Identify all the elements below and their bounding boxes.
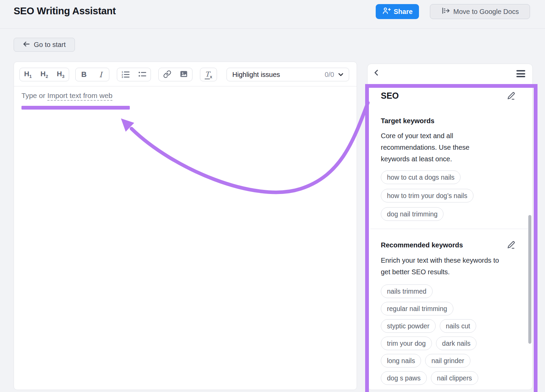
recommended-keywords-description: Enrich your text with these keywords to … (381, 255, 510, 278)
keyword-pill-row: how to trim your dog’s nails (381, 189, 516, 202)
toolbar-group: H1H2H3 (19, 68, 69, 81)
keyword-pill-row: styptic powdernails cut (381, 319, 516, 333)
link-icon (163, 70, 171, 79)
keyword-pill[interactable]: regular nail trimming (381, 302, 453, 315)
toolbar-group: Tx (200, 68, 217, 81)
keyword-pill-row: long nailsnail grinder (381, 354, 516, 368)
h2-icon: H2 (41, 70, 48, 79)
target-keywords-pills: how to cut a dogs nailshow to trim your … (381, 170, 516, 221)
seo-panel-body: SEO Target keywords Core of your text an… (381, 88, 516, 389)
editor-card: H1H2H3BI123Tx Highlight issues 0/0 Type … (14, 62, 357, 390)
editor-placeholder[interactable]: Type or Import text from web (21, 92, 112, 100)
keyword-pill-row: nails trimmed (381, 284, 516, 298)
bold-icon: B (81, 70, 87, 79)
ordered-list-icon: 123 (121, 70, 130, 79)
edit-recommended-keywords-button[interactable] (507, 240, 516, 249)
bullet-list-button[interactable] (134, 68, 151, 81)
keyword-pill-row: dog nail trimming (381, 207, 516, 221)
share-button[interactable]: Share (376, 4, 419, 19)
recommended-keywords-heading: Recommended keywords (381, 241, 463, 249)
keyword-pill[interactable]: nails trimmed (381, 284, 433, 298)
keyword-pill[interactable]: trim your dog (381, 337, 432, 350)
svg-text:3: 3 (122, 76, 123, 78)
clear-formatting-button[interactable]: Tx (200, 68, 217, 81)
import-text-link[interactable]: Import text from web (47, 92, 112, 101)
recommended-keywords-pills: nails trimmedregular nail trimmingstypti… (381, 284, 516, 385)
keyword-pill[interactable]: how to cut a dogs nails (381, 170, 461, 184)
panel-menu-button[interactable] (516, 70, 525, 77)
keyword-pill[interactable]: dog nail trimming (381, 207, 443, 221)
h3-icon: H3 (57, 70, 64, 79)
pencil-icon (507, 91, 516, 100)
chevron-left-icon (374, 69, 378, 76)
toolbar-group (158, 68, 192, 81)
image-icon (180, 70, 188, 79)
edit-seo-button[interactable] (507, 91, 516, 100)
italic-button[interactable]: I (92, 68, 109, 81)
highlight-issues-dropdown[interactable]: Highlight issues 0/0 (227, 68, 349, 81)
keyword-pill-row: regular nail trimming (381, 302, 516, 315)
arrow-left-icon (23, 41, 30, 49)
h2-button[interactable]: H2 (36, 68, 52, 81)
collapse-panel-button[interactable] (374, 69, 378, 77)
issues-count: 0/0 (325, 71, 334, 79)
keyword-pill[interactable]: nail clippers (431, 371, 478, 385)
h1-icon: H1 (24, 70, 32, 79)
chevron-down-icon (334, 71, 343, 78)
keyword-pill[interactable]: nails cut (440, 319, 477, 333)
toolbar-group: 123 (117, 68, 151, 81)
link-button[interactable] (159, 68, 175, 81)
bold-button[interactable]: B (76, 68, 92, 81)
keyword-pill[interactable]: long nails (381, 354, 421, 368)
target-keywords-heading: Target keywords (381, 117, 516, 125)
go-to-start-button[interactable]: Go to start (14, 38, 75, 52)
move-to-google-docs-button[interactable]: Move to Google Docs (430, 4, 530, 19)
editor-toolbar: H1H2H3BI123Tx Highlight issues 0/0 (14, 62, 357, 86)
highlight-issues-label: Highlight issues (232, 71, 280, 79)
h1-button[interactable]: H1 (20, 68, 36, 81)
pencil-icon (507, 240, 516, 249)
image-button[interactable] (175, 68, 192, 81)
toolbar-group: BI (75, 68, 109, 81)
panel-title: SEO (381, 91, 399, 101)
menu-icon (516, 70, 525, 71)
keyword-pill[interactable]: dark nails (436, 337, 477, 350)
keyword-pill[interactable]: nail grinder (425, 354, 470, 368)
go-to-start-label: Go to start (34, 41, 65, 49)
panel-scrollbar[interactable] (528, 215, 531, 344)
h3-button[interactable]: H3 (52, 68, 69, 81)
keyword-pill-row: how to cut a dogs nails (381, 170, 516, 184)
keyword-pill[interactable]: dog s paws (381, 371, 427, 385)
move-button-label: Move to Google Docs (453, 8, 519, 16)
italic-icon: I (99, 70, 102, 79)
target-keywords-description: Core of your text and all recommendation… (381, 130, 488, 165)
section-divider (370, 229, 531, 229)
export-docs-icon (441, 6, 450, 17)
seo-writing-assistant-app: SEO Writing Assistant Share Move to Goog… (0, 0, 545, 392)
page-title: SEO Writing Assistant (14, 5, 116, 17)
keyword-pill[interactable]: how to trim your dog’s nails (381, 189, 473, 202)
keyword-pill-row: trim your dogdark nails (381, 337, 516, 350)
keyword-pill-row: dog s pawsnail clippers (381, 371, 516, 385)
placeholder-prefix: Type or (21, 92, 47, 99)
add-user-icon (382, 6, 391, 17)
ordered-list-button[interactable]: 123 (117, 68, 134, 81)
clear-formatting-icon: Tx (205, 70, 212, 79)
share-button-label: Share (394, 8, 413, 16)
keyword-pill[interactable]: styptic powder (381, 319, 436, 333)
bullet-list-icon (138, 70, 146, 79)
